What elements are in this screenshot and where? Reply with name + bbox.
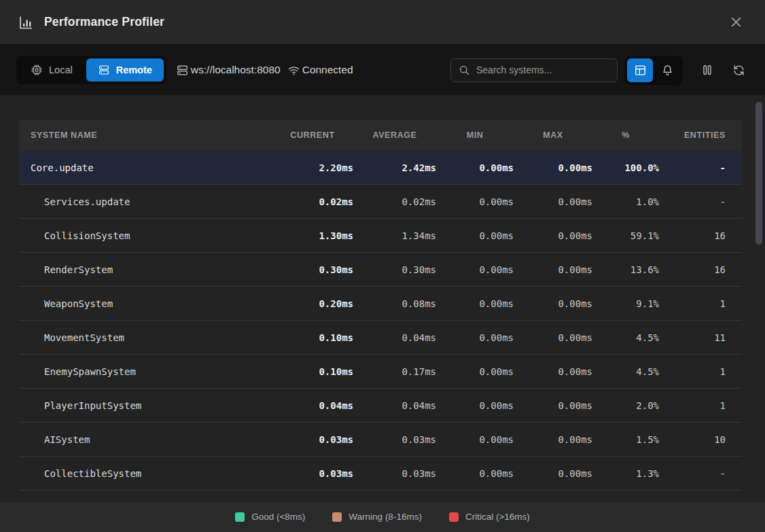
- table-row[interactable]: MovementSystem0.10ms0.04ms0.00ms0.00ms4.…: [19, 321, 742, 355]
- legend-label-good: Good (<8ms): [251, 512, 305, 522]
- average-cell: 0.03ms: [353, 434, 436, 445]
- profiler-main: SYSTEM NAME CURRENT AVERAGE MIN MAX % EN…: [0, 95, 765, 501]
- table-header-row: SYSTEM NAME CURRENT AVERAGE MIN MAX % EN…: [19, 120, 742, 151]
- entities-cell: 16: [659, 264, 726, 275]
- column-header-entities[interactable]: ENTITIES: [659, 130, 726, 140]
- system-name-cell: WeaponSystem: [19, 298, 272, 309]
- system-name-cell: CollectibleSystem: [19, 468, 272, 479]
- percent-cell: 9.1%: [592, 298, 659, 309]
- websocket-url-group: ws://localhost:8080: [176, 64, 281, 77]
- alerts-button[interactable]: [654, 58, 680, 82]
- max-cell: 0.00ms: [514, 162, 592, 173]
- current-cell: 0.03ms: [272, 434, 353, 445]
- titlebar: Performance Profiler: [0, 0, 765, 45]
- good-status-swatch: [235, 512, 245, 522]
- local-mode-button[interactable]: Local: [19, 58, 84, 82]
- table-row[interactable]: CollectibleSystem0.03ms0.03ms0.00ms0.00m…: [19, 457, 742, 491]
- percent-cell: 1.5%: [592, 434, 659, 445]
- average-cell: 0.30ms: [353, 264, 436, 275]
- system-name-cell: Services.update: [19, 196, 272, 207]
- current-cell: 0.20ms: [272, 298, 353, 309]
- system-name-cell: MovementSystem: [19, 332, 272, 343]
- table-view-button[interactable]: [627, 58, 653, 82]
- min-cell: 0.00ms: [436, 400, 514, 411]
- current-cell: 0.10ms: [272, 332, 353, 343]
- table-row[interactable]: RenderSystem0.30ms0.30ms0.00ms0.00ms13.6…: [19, 253, 742, 287]
- average-cell: 2.42ms: [353, 162, 436, 173]
- table-row[interactable]: Core.update2.20ms2.42ms0.00ms0.00ms100.0…: [19, 151, 742, 185]
- entities-cell: 11: [659, 332, 726, 343]
- websocket-url: ws://localhost:8080: [191, 64, 281, 76]
- page-title: Performance Profiler: [44, 15, 164, 29]
- percent-cell: 1.3%: [592, 468, 659, 479]
- search-input[interactable]: [476, 65, 609, 75]
- server-icon: [98, 64, 110, 76]
- legend-item-good: Good (<8ms): [235, 512, 305, 522]
- average-cell: 0.03ms: [353, 468, 436, 479]
- column-header-average[interactable]: AVERAGE: [353, 130, 436, 140]
- system-name-cell: EnemySpawnSystem: [19, 366, 272, 377]
- current-cell: 2.20ms: [272, 162, 353, 173]
- percent-cell: 2.0%: [592, 400, 659, 411]
- current-cell: 0.10ms: [272, 366, 353, 377]
- cpu-chip-icon: [31, 64, 43, 76]
- remote-mode-button[interactable]: Remote: [86, 58, 164, 82]
- table-body: Core.update2.20ms2.42ms0.00ms0.00ms100.0…: [19, 151, 742, 491]
- max-cell: 0.00ms: [514, 196, 592, 207]
- legend-label-warning: Warning (8-16ms): [349, 512, 422, 522]
- entities-cell: -: [659, 468, 726, 479]
- connection-mode-toggle: Local Remote: [16, 56, 166, 84]
- connection-status-group: Connected: [287, 64, 353, 77]
- current-cell: 0.30ms: [272, 264, 353, 275]
- table-row[interactable]: CollisionSystem1.30ms1.34ms0.00ms0.00ms5…: [19, 219, 742, 253]
- max-cell: 0.00ms: [514, 468, 592, 479]
- max-cell: 0.00ms: [514, 298, 592, 309]
- min-cell: 0.00ms: [436, 196, 514, 207]
- percent-cell: 1.0%: [592, 196, 659, 207]
- max-cell: 0.00ms: [514, 264, 592, 275]
- table-row[interactable]: WeaponSystem0.20ms0.08ms0.00ms0.00ms9.1%…: [19, 287, 742, 321]
- average-cell: 0.08ms: [353, 298, 436, 309]
- local-mode-label: Local: [49, 65, 73, 75]
- warning-status-swatch: [332, 512, 342, 522]
- pause-button[interactable]: [698, 61, 716, 79]
- refresh-button[interactable]: [730, 61, 747, 79]
- legend-item-warning: Warning (8-16ms): [332, 512, 422, 522]
- min-cell: 0.00ms: [436, 230, 514, 241]
- entities-cell: 1: [659, 400, 726, 411]
- average-cell: 0.04ms: [353, 400, 436, 411]
- average-cell: 0.02ms: [353, 196, 436, 207]
- close-button[interactable]: [726, 12, 746, 32]
- close-icon: [729, 15, 743, 29]
- server-icon: [176, 64, 189, 77]
- current-cell: 1.30ms: [272, 230, 353, 241]
- table-row[interactable]: PlayerInputSystem0.04ms0.04ms0.00ms0.00m…: [19, 389, 742, 423]
- table-row[interactable]: EnemySpawnSystem0.10ms0.17ms0.00ms0.00ms…: [19, 355, 742, 389]
- entities-cell: 16: [659, 230, 726, 241]
- current-cell: 0.03ms: [272, 468, 353, 479]
- critical-status-swatch: [449, 512, 459, 522]
- system-name-cell: Core.update: [19, 162, 272, 173]
- max-cell: 0.00ms: [514, 366, 592, 377]
- system-name-cell: CollisionSystem: [19, 230, 272, 241]
- system-name-cell: PlayerInputSystem: [19, 400, 272, 411]
- bar-chart-icon: [18, 14, 34, 31]
- entities-cell: -: [659, 196, 726, 207]
- search-icon: [459, 65, 470, 76]
- column-header-min[interactable]: MIN: [436, 130, 514, 140]
- system-name-cell: RenderSystem: [19, 264, 272, 275]
- min-cell: 0.00ms: [436, 264, 514, 275]
- min-cell: 0.00ms: [436, 366, 514, 377]
- entities-cell: -: [659, 162, 726, 173]
- scrollbar-thumb[interactable]: [755, 102, 762, 245]
- column-header-system-name[interactable]: SYSTEM NAME: [19, 130, 272, 140]
- percent-cell: 4.5%: [592, 366, 659, 377]
- column-header-max[interactable]: MAX: [514, 130, 592, 140]
- search-box: [450, 58, 618, 82]
- table-row[interactable]: Services.update0.02ms0.02ms0.00ms0.00ms1…: [19, 185, 742, 219]
- current-cell: 0.02ms: [272, 196, 353, 207]
- entities-cell: 10: [659, 434, 726, 445]
- table-row[interactable]: AISystem0.03ms0.03ms0.00ms0.00ms1.5%10: [19, 423, 742, 457]
- column-header-percent[interactable]: %: [592, 130, 659, 140]
- column-header-current[interactable]: CURRENT: [272, 130, 353, 140]
